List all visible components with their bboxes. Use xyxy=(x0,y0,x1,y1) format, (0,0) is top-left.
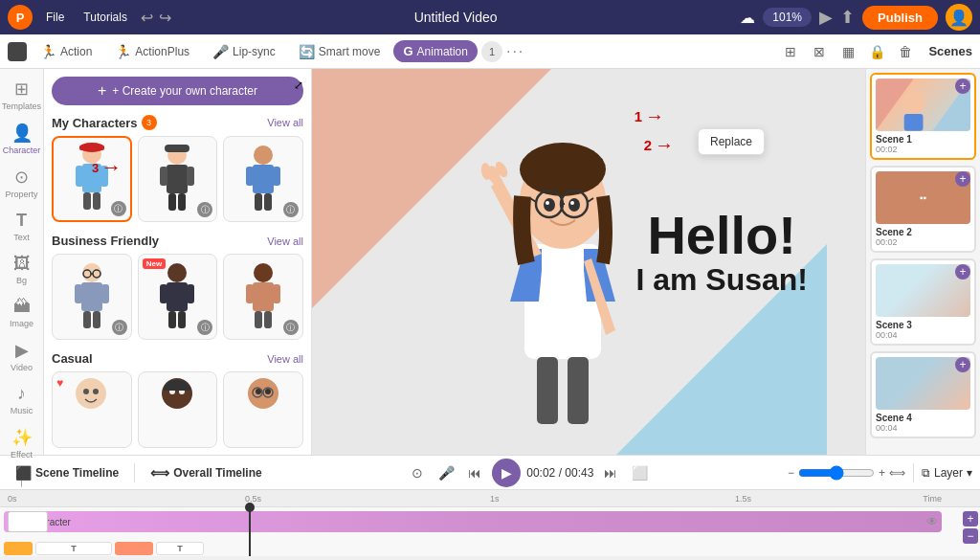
zoom-minus-icon[interactable]: − xyxy=(788,466,794,480)
scene-timeline-btn[interactable]: ⬛ Scene Timeline xyxy=(8,461,126,484)
microphone-icon[interactable]: 🎤 xyxy=(434,461,457,484)
play-preview-icon[interactable]: ▶ xyxy=(819,7,833,28)
redo-icon[interactable]: ↪ xyxy=(159,9,171,27)
skip-forward-icon[interactable]: ⏭ xyxy=(599,461,622,484)
svg-rect-56 xyxy=(537,357,558,424)
my-characters-section: My Characters 3 View all xyxy=(52,115,303,130)
tab-smartmove[interactable]: 🔄 Smart move xyxy=(289,40,390,63)
ruler-0s: 0s xyxy=(8,494,17,504)
mini-track-2: T xyxy=(35,542,112,555)
scene-1-add-btn[interactable]: + xyxy=(955,78,970,94)
scene-1-thumb[interactable]: Scene 1 00:02 + xyxy=(870,73,976,160)
business-view-all[interactable]: View all xyxy=(267,235,303,247)
table-icon[interactable]: ▦ xyxy=(836,40,859,63)
business-card-3[interactable]: ⓘ xyxy=(223,254,303,340)
timeline-divider xyxy=(134,463,135,482)
tab-animation[interactable]: G Animation xyxy=(393,40,478,62)
casual-card-2[interactable] xyxy=(138,371,218,448)
sidebar-item-video[interactable]: ▶ Video xyxy=(0,334,43,378)
tutorials-menu[interactable]: Tutorials xyxy=(78,9,133,26)
character-preview[interactable] xyxy=(467,88,658,436)
business-info-btn-2[interactable]: ⓘ xyxy=(197,320,212,335)
time-zoom-in-btn[interactable]: + xyxy=(963,511,978,526)
undo-icon[interactable]: ↩ xyxy=(141,9,153,27)
layer-btn[interactable]: ⧉ Layer ▾ xyxy=(922,466,972,480)
subtitle-icon[interactable]: ⬜ xyxy=(628,461,651,484)
bg-icon: 🖼 xyxy=(13,254,31,274)
character-card-2[interactable]: ⓘ xyxy=(138,136,218,222)
svg-rect-16 xyxy=(253,165,274,193)
sidebar-item-character[interactable]: 👤 Character xyxy=(0,117,43,161)
play-button[interactable]: ▶ xyxy=(492,459,521,487)
business-info-btn-1[interactable]: ⓘ xyxy=(112,320,127,335)
tab-actionplus[interactable]: 🏃 ActionPlus xyxy=(105,40,199,63)
character-track[interactable]: 👤 Character 👁 xyxy=(4,511,942,532)
my-chars-view-all[interactable]: View all xyxy=(267,117,303,128)
casual-view-all[interactable]: View all xyxy=(267,353,303,365)
create-character-button[interactable]: + + Create your own character xyxy=(52,77,303,105)
user-avatar[interactable]: 👤 xyxy=(946,4,972,31)
time-label: Time xyxy=(923,494,942,504)
lock-icon[interactable]: 🔒 xyxy=(865,40,888,63)
sidebar-item-templates[interactable]: ⊞ Templates xyxy=(0,73,43,117)
character-card-1[interactable]: ⓘ xyxy=(52,136,132,222)
more-options-icon[interactable]: ··· xyxy=(506,43,524,60)
color-swatch[interactable] xyxy=(8,42,27,61)
casual-card-3[interactable] xyxy=(223,371,303,448)
cloud-save-icon[interactable]: ☁ xyxy=(740,9,755,27)
sidebar-item-effect[interactable]: ✨ Effect xyxy=(0,421,43,465)
file-menu[interactable]: File xyxy=(40,9,70,26)
scene-4-add-btn[interactable]: + xyxy=(955,357,970,372)
svg-rect-37 xyxy=(253,282,274,311)
tab-action[interactable]: 🏃 Action xyxy=(31,40,101,63)
animation-icon: G xyxy=(403,44,412,58)
expand-panel-icon[interactable]: ⤢ xyxy=(294,78,303,92)
scene-2-thumb[interactable]: ▪▪ Scene 2 00:02 + xyxy=(870,166,976,253)
camera-settings-icon[interactable]: ⊙ xyxy=(406,461,429,484)
zoom-plus-icon[interactable]: + xyxy=(879,466,885,480)
char-info-btn-1[interactable]: ⓘ xyxy=(111,201,126,216)
delete-icon[interactable]: 🗑 xyxy=(894,40,917,63)
character-card-3[interactable]: ⓘ xyxy=(223,136,303,222)
share-icon[interactable]: ⬆ xyxy=(840,7,855,28)
replace-tooltip[interactable]: Replace xyxy=(698,128,765,155)
scene-3-add-btn[interactable]: + xyxy=(955,264,970,280)
business-card-2[interactable]: New ⓘ xyxy=(138,254,218,340)
scene-3-thumb[interactable]: Scene 3 00:04 + xyxy=(870,258,976,346)
svg-rect-10 xyxy=(160,167,167,186)
track-visibility-icon[interactable]: 👁 xyxy=(926,515,938,528)
time-zoom-out-btn[interactable]: − xyxy=(963,528,978,544)
zoom-range-input[interactable] xyxy=(798,465,875,481)
zoom-expand-icon[interactable]: ⟺ xyxy=(889,466,905,480)
casual-card-1[interactable]: ♥ xyxy=(52,371,132,448)
image-icon: 🏔 xyxy=(13,297,31,317)
svg-rect-35 xyxy=(178,311,186,328)
grid-icon[interactable]: ⊠ xyxy=(808,40,831,63)
sidebar-item-music[interactable]: ♪ Music xyxy=(0,378,43,421)
sidebar-item-image[interactable]: 🏔 Image xyxy=(0,291,43,334)
skip-back-icon[interactable]: ⏮ xyxy=(463,461,486,484)
business-info-btn-3[interactable]: ⓘ xyxy=(283,320,299,335)
publish-button[interactable]: Publish xyxy=(862,6,938,30)
zoom-control[interactable]: 101% xyxy=(763,8,812,27)
sidebar-item-bg[interactable]: 🖼 Bg xyxy=(0,248,43,291)
timeline-bar: ⬛ Scene Timeline ⟺ Overall Timeline ⊙ 🎤 … xyxy=(0,455,980,489)
scene-2-label: Scene 2 xyxy=(876,227,970,237)
business-figure-2 xyxy=(153,261,201,333)
sidebar-item-text[interactable]: T Text xyxy=(0,205,43,248)
char-info-btn-2[interactable]: ⓘ xyxy=(197,202,212,217)
casual-figure-2 xyxy=(151,376,204,443)
sidebar-item-property[interactable]: ⊙ Property xyxy=(0,161,43,205)
more-tabs-btn[interactable]: 1 xyxy=(481,41,502,62)
business-chars-grid: ⓘ New ⓘ xyxy=(52,254,303,340)
business-card-1[interactable]: ⓘ xyxy=(52,254,132,340)
char-info-btn-3[interactable]: ⓘ xyxy=(283,202,299,217)
scenes-panel: Scene 1 00:02 + ▪▪ Scene 2 00:02 + Scene… xyxy=(865,69,980,455)
scene-1-label: Scene 1 xyxy=(876,134,970,145)
scene-4-thumb[interactable]: Scene 4 00:04 + xyxy=(870,351,976,438)
svg-rect-18 xyxy=(273,167,280,186)
overall-timeline-btn[interactable]: ⟺ Overall Timeline xyxy=(143,461,270,484)
tab-lipsync[interactable]: 🎤 Lip-sync xyxy=(203,40,285,63)
split-view-icon[interactable]: ⊞ xyxy=(779,40,802,63)
scene-2-add-btn[interactable]: + xyxy=(955,171,970,187)
